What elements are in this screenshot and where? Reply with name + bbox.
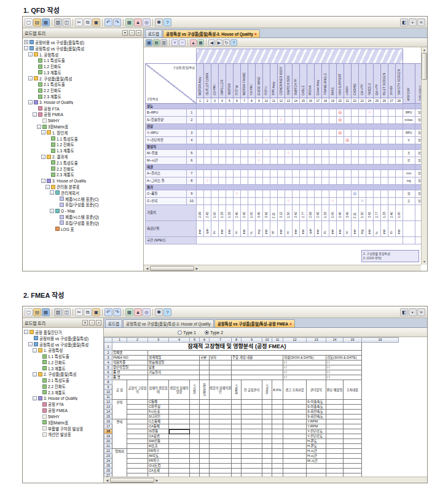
- hoq-cell[interactable]: ◎: [336, 109, 344, 117]
- sheet-cell[interactable]: [283, 405, 307, 410]
- form-cell[interactable]: 품 번: [112, 370, 148, 375]
- collapse-icon[interactable]: -: [24, 46, 28, 50]
- hoq-cell[interactable]: [299, 177, 307, 185]
- form-cell[interactable]: [200, 365, 210, 370]
- hoq-cell[interactable]: [395, 109, 403, 117]
- sheet-cell[interactable]: [262, 469, 272, 473]
- hoq-row-label[interactable]: M~시간: [146, 157, 187, 165]
- sheet-cell[interactable]: [362, 439, 399, 444]
- sheet-cell[interactable]: [169, 410, 190, 415]
- sheet-row-header[interactable]: 18: [104, 429, 112, 434]
- sheet-cell[interactable]: [200, 464, 210, 469]
- sheet-cell[interactable]: [232, 429, 242, 434]
- failure-mode-cell[interactable]: F시트포: [148, 410, 169, 415]
- hoq-cell[interactable]: [255, 109, 262, 117]
- control-item-cell[interactable]: Y-RPM: [307, 424, 326, 429]
- sheet-cell[interactable]: [262, 449, 272, 454]
- hoq-cell[interactable]: [373, 198, 380, 205]
- hoq-cell[interactable]: [380, 177, 388, 185]
- control-item-cell[interactable]: Y-전단강도: [307, 429, 326, 434]
- hoq-row-label[interactable]: M~유효: [146, 150, 187, 157]
- panel-close-icon[interactable]: ×: [136, 30, 141, 36]
- hoq-cell[interactable]: [196, 177, 203, 185]
- tree-item[interactable]: 1.3 계통도: [23, 365, 103, 372]
- sheet-row-header[interactable]: 14: [104, 410, 112, 415]
- tree-item[interactable]: -2. 구성품(품질)특성: [23, 372, 103, 378]
- hoq-cell[interactable]: [307, 130, 314, 137]
- form-cell[interactable]: / /: [326, 365, 362, 370]
- failure-mode-cell[interactable]: CA동체: [148, 424, 169, 429]
- sheet-column-header[interactable]: 1: [112, 338, 127, 343]
- form-cell[interactable]: [210, 365, 232, 370]
- sheet-cell[interactable]: [283, 429, 307, 434]
- sheet-corner[interactable]: [104, 338, 112, 343]
- sheet-cell[interactable]: [272, 459, 283, 464]
- sheet-cell[interactable]: [210, 449, 232, 454]
- tree-item[interactable]: 조립/구성품 표준(C): [23, 202, 143, 208]
- sheet-cell[interactable]: [283, 410, 307, 415]
- hoq-cell[interactable]: [299, 137, 307, 144]
- hoq-column-header[interactable]: 도장부: [344, 64, 351, 98]
- hoq-cell[interactable]: [203, 137, 211, 144]
- vertical-scrollbar[interactable]: ▲ ▼: [421, 47, 427, 265]
- sheet-cell[interactable]: [362, 469, 399, 473]
- sheet-cell[interactable]: [242, 434, 262, 439]
- sheet-row-header[interactable]: 15: [104, 415, 112, 419]
- insert-table-icon[interactable]: ▦: [125, 18, 133, 26]
- hoq-column-header[interactable]: IMPELLER: [218, 64, 226, 98]
- print-icon[interactable]: ▥: [54, 308, 62, 316]
- hoq-cell[interactable]: ○: [255, 150, 262, 157]
- sheet-cell[interactable]: [362, 419, 399, 424]
- hoq-cell[interactable]: [373, 170, 380, 177]
- form-cell[interactable]: / /: [283, 370, 326, 375]
- sheet-cell[interactable]: [210, 439, 232, 444]
- sheet-cell[interactable]: [362, 444, 399, 449]
- tab[interactable]: 로드맵: [145, 29, 162, 37]
- tree-item[interactable]: -Q - Map: [23, 208, 143, 214]
- hoq-cell[interactable]: [314, 170, 321, 177]
- form-cell[interactable]: 적용차종: [112, 360, 148, 365]
- sheet-cell[interactable]: [283, 439, 307, 444]
- hoq-cell[interactable]: [344, 130, 351, 137]
- hoq-cell[interactable]: [388, 170, 395, 177]
- sheet-cell[interactable]: [326, 410, 344, 415]
- failure-mode-cell[interactable]: C스동체: [148, 419, 169, 424]
- sheet-row-header[interactable]: 23: [104, 454, 112, 459]
- hoq-cell[interactable]: [344, 190, 351, 198]
- hoq-cell[interactable]: [351, 177, 358, 185]
- failure-mode-cell[interactable]: FR차수: [148, 449, 169, 454]
- tree-item[interactable]: -관리점 분류표: [23, 184, 143, 190]
- hoq-cell[interactable]: [358, 190, 366, 198]
- hoq-cell[interactable]: ◎: [344, 137, 351, 144]
- sheet-cell[interactable]: [210, 454, 232, 459]
- control-item-cell[interactable]: M-시간: [307, 459, 326, 464]
- hoq-cell[interactable]: [270, 150, 277, 157]
- hoq-cell[interactable]: [203, 157, 211, 165]
- sheet-cell[interactable]: [232, 454, 242, 459]
- hoq-cell[interactable]: [351, 130, 358, 137]
- hoq-column-header[interactable]: 가이드: [262, 64, 270, 98]
- hoq-cell[interactable]: [277, 109, 285, 117]
- hoq-cell[interactable]: [314, 109, 321, 117]
- sheet-cell[interactable]: [242, 449, 262, 454]
- collapse-icon[interactable]: -: [33, 348, 37, 353]
- form-cell[interactable]: / /: [283, 360, 326, 365]
- hoq-cell[interactable]: [358, 170, 366, 177]
- paste-icon[interactable]: ▣: [92, 18, 100, 26]
- form-cell[interactable]: / /: [283, 375, 326, 380]
- sheet-cell[interactable]: [262, 424, 272, 429]
- hoq-column-header[interactable]: CA 도료: [358, 64, 366, 98]
- table-header-cell[interactable]: 잠재적 결함형태: [148, 380, 169, 400]
- hoq-cell[interactable]: ○: [262, 137, 270, 144]
- sheet-row-header[interactable]: 10: [104, 390, 112, 395]
- hoq-cell[interactable]: [226, 137, 233, 144]
- hoq-cell[interactable]: [373, 137, 380, 144]
- hoq-cell[interactable]: [336, 157, 344, 165]
- sheet-cell[interactable]: [242, 429, 262, 434]
- hoq-cell[interactable]: [307, 109, 314, 117]
- tree-item[interactable]: -3. House of Quality: [23, 395, 103, 402]
- collapse-icon[interactable]: -: [50, 190, 54, 195]
- hoq-cell[interactable]: [255, 177, 262, 185]
- hoq-cell[interactable]: [292, 170, 299, 177]
- hoq-cell[interactable]: [292, 177, 299, 185]
